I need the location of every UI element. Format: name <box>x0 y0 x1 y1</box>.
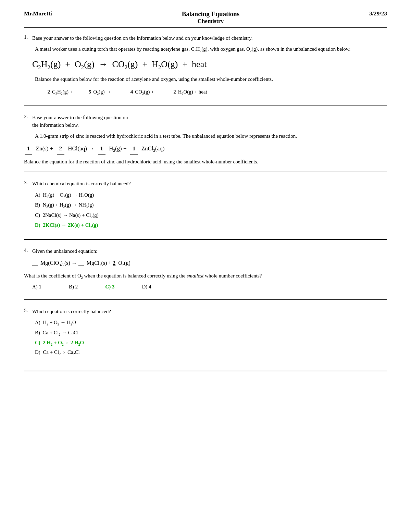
q5-number-row: 5. Which equation is correctly balanced? <box>24 308 387 316</box>
q4-answers: A) 1 B) 2 C) 3 D) 4 <box>32 284 387 290</box>
q3-option-d: D) 2KCl(s) → 2K(s) + Cl2(g) <box>35 222 98 228</box>
q5-number: 5. <box>24 308 30 316</box>
question-5: 5. Which equation is correctly balanced?… <box>24 308 387 357</box>
zinc-blank-3: 1 <box>98 144 105 154</box>
blank-1d: 2 <box>155 87 177 97</box>
page-subtitle: Chemistry <box>182 18 239 25</box>
q5-option-b: B) Ca + Cl2 → CaCl <box>35 328 387 338</box>
q3-text: Which chemical equation is correctly bal… <box>32 180 131 188</box>
zinc-blank-4: 1 <box>130 144 138 154</box>
blank-1a: 2 <box>33 87 51 97</box>
q2-text: Base your answer to the following questi… <box>32 114 128 129</box>
zinc-blank-2: 2 <box>57 144 64 154</box>
q1-term2: O2(g) → <box>93 87 111 97</box>
q5-option-d: D) Ca + Cl2 › Ca2Cl <box>35 348 387 357</box>
q5-option-a: A) H2 + O2 → H2O <box>35 318 387 327</box>
q1-text: Base your answer to the following questi… <box>32 34 252 42</box>
q3-option-b: B) N2(g) + H2(g) → NH3(g) <box>35 200 387 210</box>
q5-option-c: C) 2 H2 + O2 › 2 H2O <box>35 340 84 345</box>
q2-number-row: 2. Base your answer to the following que… <box>24 114 387 129</box>
q4-ans-c: C) 3 <box>105 284 114 290</box>
q1-number-row: 1. Base your answer to the following que… <box>24 34 387 42</box>
q2-number: 2. <box>24 114 30 129</box>
q1-term4: H2O(g) + heat <box>178 87 207 97</box>
q4-number-row: 4. Given the unbalanced equation: <box>24 247 387 255</box>
q1-balance-instruction: Balance the equation below for the react… <box>35 75 387 83</box>
q1-number: 1. <box>24 34 30 42</box>
question-2: 2. Base your answer to the following que… <box>24 114 387 172</box>
q1-term3: CO2(g) + <box>135 87 154 97</box>
header-center: Balancing Equations Chemistry <box>182 10 239 25</box>
blank-1b: 5 <box>74 87 92 97</box>
q1-big-equation: C2H2(g) + O2(g) → CO2(g) + H2O(g) + heat <box>32 58 387 72</box>
zinc-blank-1: 1 <box>25 144 32 154</box>
q2-context: A 1.0-gram strip of zinc is reacted with… <box>35 132 387 140</box>
q4-question: What is the coefficient of O2 when the e… <box>24 272 387 281</box>
q2-balance-instruction: Balance the equation for the reaction of… <box>24 158 387 166</box>
page: Mr.Moretti Balancing Equations Chemistry… <box>17 0 394 385</box>
q3-number: 3. <box>24 180 30 188</box>
q4-unbalanced: __ Mg(ClO3)2(s) → __ MgCl2(s) + 2 O2(g) <box>32 258 387 269</box>
header-date: 3/29/23 <box>369 10 387 17</box>
q2-zinc-equation: 1 Zn(s) + 2 HCl(aq) → 1 H2(g) + 1 ZnCl2(… <box>24 144 387 154</box>
question-1: 1. Base your answer to the following que… <box>24 34 387 106</box>
question-4: 4. Given the unbalanced equation: __ Mg(… <box>24 247 387 300</box>
header-left: Mr.Moretti <box>24 10 52 17</box>
q4-ans-a: A) 1 <box>32 284 41 290</box>
bottom-rule <box>24 371 387 371</box>
q4-ans-d: D) 4 <box>142 284 151 290</box>
q3-option-a: A) H2(g) + O2(g) → H2O(g) <box>35 190 387 200</box>
q3-number-row: 3. Which chemical equation is correctly … <box>24 180 387 188</box>
q4-number: 4. <box>24 247 30 255</box>
q1-balance-line: 2 C2H2(g) + 5 O2(g) → 4 CO2(g) + 2 H2O(g… <box>32 87 387 97</box>
q1-context: A metal worker uses a cutting torch that… <box>35 45 387 54</box>
q4-text: Given the unbalanced equation: <box>32 247 97 255</box>
blank-1c: 4 <box>112 87 134 97</box>
q5-text: Which equation is correctly balanced? <box>32 308 111 316</box>
q3-option-c: C) 2NaCl(s) → Na(s) + Cl2(g) <box>35 211 387 220</box>
question-3: 3. Which chemical equation is correctly … <box>24 180 387 240</box>
q4-ans-b: B) 2 <box>69 284 78 290</box>
q5-options: A) H2 + O2 → H2O B) Ca + Cl2 → CaCl C) 2… <box>35 318 387 357</box>
page-title: Balancing Equations <box>182 10 239 18</box>
q1-term1: C2H2(g) + <box>52 87 73 97</box>
q3-options: A) H2(g) + O2(g) → H2O(g) B) N2(g) + H2(… <box>35 190 387 230</box>
header: Mr.Moretti Balancing Equations Chemistry… <box>24 10 387 28</box>
